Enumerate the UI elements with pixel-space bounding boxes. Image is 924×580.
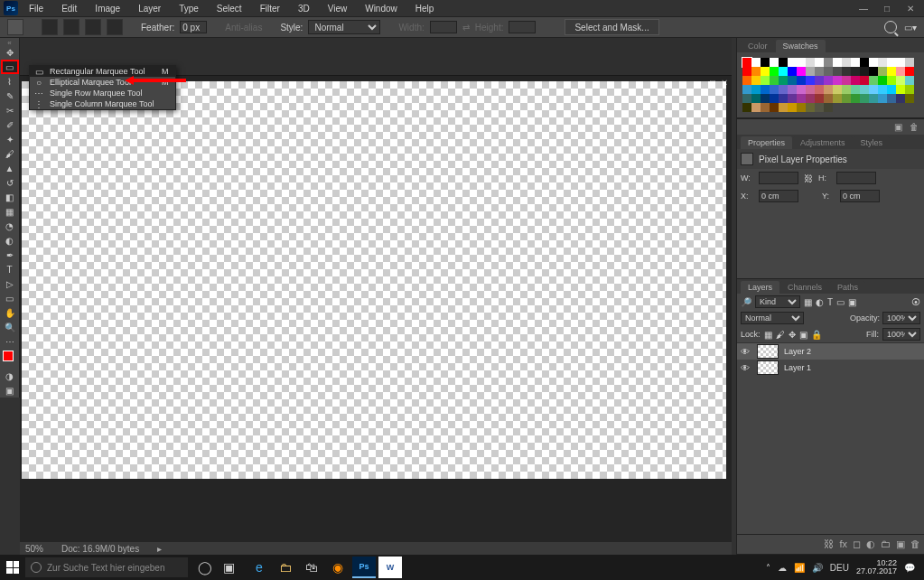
swatch-item[interactable] xyxy=(788,67,797,76)
layer-mask-icon[interactable]: ◻ xyxy=(853,538,861,550)
edit-toolbar[interactable]: ⋯ xyxy=(1,334,19,349)
filter-type-icon[interactable]: T xyxy=(827,297,833,307)
swatch-item[interactable] xyxy=(842,76,851,85)
dodge-tool[interactable]: ◐ xyxy=(1,233,19,248)
swatch-item[interactable] xyxy=(824,85,833,94)
tab-layers[interactable]: Layers xyxy=(741,281,779,294)
swatch-item[interactable] xyxy=(833,85,842,94)
swatch-item[interactable] xyxy=(824,103,833,112)
canvas[interactable] xyxy=(22,81,726,479)
flyout-item[interactable]: ⋯Single Row Marquee Tool xyxy=(30,88,175,98)
swatch-item[interactable] xyxy=(770,58,779,67)
menu-file[interactable]: File xyxy=(25,2,47,15)
eyedropper-tool[interactable]: ✐ xyxy=(1,117,19,132)
swatch-item[interactable] xyxy=(878,85,887,94)
marquee-tool[interactable]: ▭ xyxy=(1,60,19,74)
swatch-item[interactable] xyxy=(770,76,779,85)
prop-w-input[interactable] xyxy=(759,172,798,184)
layer-thumbnail[interactable] xyxy=(757,360,779,375)
swatch-item[interactable] xyxy=(815,85,824,94)
swatch-item[interactable] xyxy=(788,103,797,112)
tab-color[interactable]: Color xyxy=(741,40,775,52)
swatch-item[interactable] xyxy=(851,85,860,94)
lock-artboard-icon[interactable]: ▣ xyxy=(799,330,807,340)
tray-chevron-icon[interactable]: ˄ xyxy=(766,563,770,573)
visibility-icon[interactable]: 👁 xyxy=(741,347,751,357)
swatch-item[interactable] xyxy=(905,76,914,85)
swatch-item[interactable] xyxy=(896,67,905,76)
swatch-item[interactable] xyxy=(770,103,779,112)
blur-tool[interactable]: ◔ xyxy=(1,219,19,233)
swatch-item[interactable] xyxy=(779,103,788,112)
filter-pixel-icon[interactable]: ▦ xyxy=(804,297,812,307)
swatch-item[interactable] xyxy=(797,85,806,94)
swatch-item[interactable] xyxy=(815,67,824,76)
swatch-item[interactable] xyxy=(797,58,806,67)
layer-name[interactable]: Layer 1 xyxy=(784,363,811,372)
lock-paint-icon[interactable]: 🖌 xyxy=(776,330,785,340)
swatch-item[interactable] xyxy=(869,76,878,85)
filter-smart-icon[interactable]: ▣ xyxy=(848,297,856,307)
path-select-tool[interactable]: ▷ xyxy=(1,276,19,291)
zoom-level[interactable]: 50% xyxy=(25,544,43,554)
link-wh-icon[interactable]: ⛓ xyxy=(804,173,813,183)
swatch-item[interactable] xyxy=(824,94,833,103)
menu-type[interactable]: Type xyxy=(175,2,202,15)
new-layer-icon[interactable]: ▣ xyxy=(896,538,905,550)
prop-x-input[interactable] xyxy=(759,190,798,202)
swatch-item[interactable] xyxy=(779,58,788,67)
filter-adjust-icon[interactable]: ◐ xyxy=(816,297,824,307)
layer-item[interactable]: 👁Layer 2 xyxy=(737,343,924,360)
tab-paths[interactable]: Paths xyxy=(830,281,865,294)
swatch-item[interactable] xyxy=(779,67,788,76)
swatch-item[interactable] xyxy=(878,94,887,103)
swatch-item[interactable] xyxy=(860,58,869,67)
swatch-item[interactable] xyxy=(833,76,842,85)
swatch-item[interactable] xyxy=(770,94,779,103)
swatch-item[interactable] xyxy=(860,76,869,85)
menu-window[interactable]: Window xyxy=(361,2,401,15)
swatch-item[interactable] xyxy=(887,76,896,85)
swatch-item[interactable] xyxy=(905,94,914,103)
type-tool[interactable]: T xyxy=(1,262,19,276)
zoom-tool[interactable]: 🔍 xyxy=(1,320,19,334)
swatch-item[interactable] xyxy=(842,58,851,67)
taskbar-firefox-icon[interactable]: ◉ xyxy=(326,557,350,578)
layer-group-icon[interactable]: 🗀 xyxy=(881,538,891,550)
swatch-item[interactable] xyxy=(851,67,860,76)
filter-toggle-icon[interactable]: ⦿ xyxy=(911,297,920,307)
swatch-item[interactable] xyxy=(770,67,779,76)
swatch-item[interactable] xyxy=(887,67,896,76)
taskbar-edge-icon[interactable]: e xyxy=(247,557,271,578)
link-layers-icon[interactable]: ⛓ xyxy=(824,538,834,550)
swatch-item[interactable] xyxy=(860,67,869,76)
lock-transparent-icon[interactable]: ▦ xyxy=(764,330,772,340)
swatch-item[interactable] xyxy=(887,58,896,67)
tab-adjustments[interactable]: Adjustments xyxy=(793,136,853,149)
swatch-item[interactable] xyxy=(742,58,751,67)
swatch-item[interactable] xyxy=(770,85,779,94)
menu-3d[interactable]: 3D xyxy=(294,2,313,15)
swatch-item[interactable] xyxy=(797,94,806,103)
minimize-button[interactable]: — xyxy=(857,2,870,14)
spot-heal-tool[interactable]: ✦ xyxy=(1,132,19,146)
flyout-item[interactable]: ⋮Single Column Marquee Tool xyxy=(30,98,175,109)
taskbar-photoshop-icon[interactable]: Ps xyxy=(352,557,376,578)
swatch-item[interactable] xyxy=(806,58,815,67)
new-swatch-icon[interactable]: ▣ xyxy=(894,122,902,132)
tab-channels[interactable]: Channels xyxy=(780,281,829,294)
menu-filter[interactable]: Filter xyxy=(257,2,284,15)
swatch-item[interactable] xyxy=(751,76,761,85)
menu-view[interactable]: View xyxy=(324,2,351,15)
search-icon[interactable] xyxy=(884,21,897,33)
swatch-item[interactable] xyxy=(896,76,905,85)
crop-tool[interactable]: ✂ xyxy=(1,103,19,117)
swatch-item[interactable] xyxy=(878,67,887,76)
prop-h-input[interactable] xyxy=(836,172,876,184)
delete-layer-icon[interactable]: 🗑 xyxy=(910,538,920,550)
swatch-item[interactable] xyxy=(761,85,770,94)
swatch-item[interactable] xyxy=(779,94,788,103)
color-swatch[interactable] xyxy=(1,349,19,369)
swatch-item[interactable] xyxy=(751,94,761,103)
swatch-item[interactable] xyxy=(788,76,797,85)
